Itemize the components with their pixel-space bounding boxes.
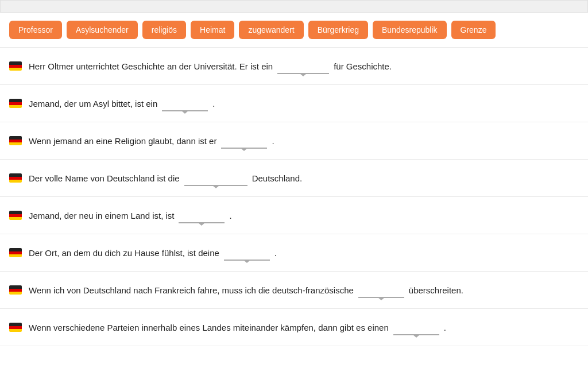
svg-rect-3	[9, 99, 22, 102]
word-chip-5[interactable]: Bürgerkrieg	[308, 21, 368, 39]
svg-rect-21	[9, 323, 22, 326]
german-flag-icon	[9, 136, 22, 145]
sentence-blank-5[interactable]	[224, 245, 270, 261]
svg-rect-20	[9, 292, 22, 295]
svg-rect-1	[9, 65, 22, 68]
sentence-blank-2[interactable]	[221, 133, 267, 149]
sentence-row: Wenn ich von Deutschland nach Frankreich…	[0, 272, 588, 309]
svg-rect-23	[9, 329, 22, 332]
sentence-blank-0[interactable]	[277, 58, 329, 74]
sentence-after-3: Deutschland.	[252, 173, 303, 183]
instruction-bar	[0, 0, 588, 13]
svg-rect-22	[9, 326, 22, 329]
german-flag-icon	[9, 285, 22, 295]
svg-rect-5	[9, 105, 22, 108]
german-flag-icon	[9, 99, 22, 108]
word-bank: ProfessorAsylsuchenderreligiösHeimatzuge…	[0, 13, 588, 48]
sentence-row: Jemand, der um Asyl bittet, ist ein .	[0, 85, 588, 122]
svg-rect-17	[9, 254, 22, 257]
sentence-before-4: Jemand, der neu in einem Land ist, ist	[29, 211, 174, 220]
svg-rect-15	[9, 248, 22, 251]
word-chip-0[interactable]: Professor	[9, 21, 62, 39]
svg-rect-19	[9, 289, 22, 292]
sentence-row: Wenn jemand an eine Religion glaubt, dan…	[0, 122, 588, 160]
app-container: ProfessorAsylsuchenderreligiösHeimatzuge…	[0, 0, 588, 391]
sentence-blank-4[interactable]	[179, 207, 225, 223]
svg-rect-6	[9, 136, 22, 140]
sentence-before-2: Wenn jemand an eine Religion glaubt, dan…	[29, 136, 216, 146]
sentence-blank-1[interactable]	[162, 95, 208, 111]
svg-rect-11	[9, 180, 22, 183]
word-chip-4[interactable]: zugewandert	[239, 21, 303, 39]
svg-rect-13	[9, 214, 22, 217]
svg-rect-4	[9, 102, 22, 105]
word-chip-6[interactable]: Bundesrepublik	[373, 21, 447, 39]
sentence-before-1: Jemand, der um Asyl bittet, ist ein	[29, 99, 157, 109]
svg-rect-0	[9, 61, 22, 65]
sentence-after-2: .	[272, 136, 274, 146]
word-chip-1[interactable]: Asylsuchender	[67, 21, 138, 39]
sentence-before-7: Wenn verschiedene Parteien innerhalb ein…	[29, 323, 389, 332]
sentence-row: Wenn verschiedene Parteien innerhalb ein…	[0, 309, 588, 346]
sentence-before-6: Wenn ich von Deutschland nach Frankreich…	[29, 285, 354, 295]
svg-rect-8	[9, 142, 22, 145]
svg-rect-7	[9, 140, 22, 142]
word-chip-7[interactable]: Grenze	[451, 21, 496, 39]
svg-rect-2	[9, 68, 22, 71]
svg-rect-16	[9, 251, 22, 254]
sentence-after-7: .	[444, 323, 446, 332]
sentence-row: Der Ort, an dem du dich zu Hause fühlst,…	[0, 234, 588, 272]
sentence-before-0: Herr Oltmer unterrichtet Geschichte an d…	[29, 61, 273, 71]
sentence-after-4: .	[229, 211, 231, 220]
sentence-after-0: für Geschichte.	[334, 61, 392, 71]
german-flag-icon	[9, 61, 22, 71]
svg-rect-10	[9, 177, 22, 180]
sentence-row: Jemand, der neu in einem Land ist, ist .	[0, 197, 588, 234]
sentence-before-3: Der volle Name von Deutschland ist die	[29, 173, 180, 183]
svg-rect-9	[9, 173, 22, 177]
sentence-after-5: .	[274, 248, 277, 258]
word-chip-3[interactable]: Heimat	[191, 21, 234, 39]
word-chip-2[interactable]: religiös	[142, 21, 186, 39]
sentence-after-6: überschreiten.	[409, 285, 463, 295]
svg-rect-14	[9, 217, 22, 220]
sentences-list: Herr Oltmer unterrichtet Geschichte an d…	[0, 48, 588, 346]
svg-rect-18	[9, 285, 22, 289]
sentence-before-5: Der Ort, an dem du dich zu Hause fühlst,…	[29, 248, 219, 258]
german-flag-icon	[9, 248, 22, 257]
german-flag-icon	[9, 211, 22, 220]
sentence-after-1: .	[212, 99, 215, 109]
sentence-row: Herr Oltmer unterrichtet Geschichte an d…	[0, 48, 588, 85]
sentence-blank-6[interactable]	[358, 282, 404, 298]
sentence-blank-7[interactable]	[393, 319, 439, 335]
svg-rect-12	[9, 211, 22, 214]
german-flag-icon	[9, 323, 22, 332]
sentence-row: Der volle Name von Deutschland ist die D…	[0, 160, 588, 197]
german-flag-icon	[9, 173, 22, 183]
sentence-blank-3[interactable]	[184, 170, 247, 186]
